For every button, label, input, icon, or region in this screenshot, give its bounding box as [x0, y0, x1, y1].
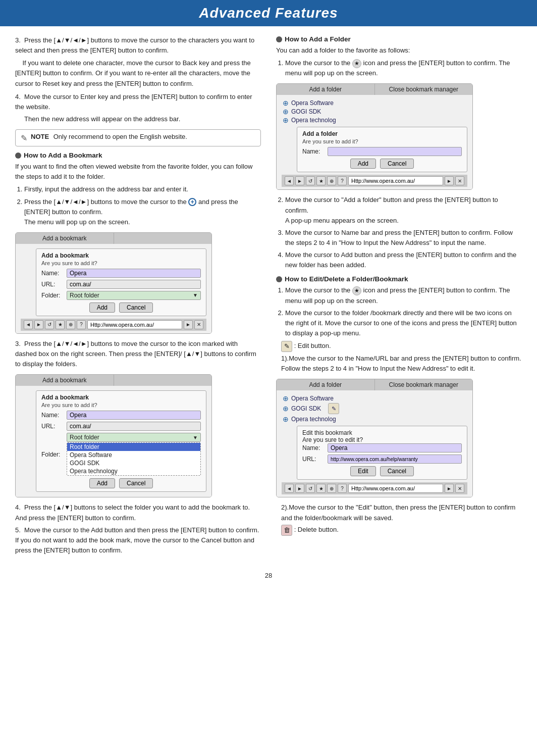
edit-dialog-name-input[interactable]: [328, 443, 462, 452]
dialog2-popup-title: Add a bookmark: [41, 394, 201, 401]
browser-url-input[interactable]: [87, 320, 182, 329]
edit-dialog-header-right[interactable]: Close bookmark manager: [375, 379, 473, 390]
bullet-icon: [15, 153, 21, 159]
folder-dialog1-folder-list: ⊕ Opera Software ⊕ GOGI SDK ⊕ Opera tech…: [282, 98, 467, 124]
folder-browser-help-btn[interactable]: ?: [338, 176, 347, 185]
note-box: ✎ NOTE Only recommend to open the Englis…: [15, 129, 261, 146]
folder-dialog1-cancel-button[interactable]: Cancel: [380, 159, 414, 169]
add-bookmark-dialog-2: Add a bookmark Add a bookmark Are you su…: [15, 374, 212, 497]
bookmark-intro: If you want to find the often viewed web…: [15, 162, 261, 182]
dialog2-name-label: Name:: [41, 412, 64, 419]
dialog2-name-input[interactable]: [67, 411, 201, 420]
edit-dialog: Add a folder Close bookmark manager ⊕ Op…: [276, 379, 473, 497]
bullet-icon-2: [276, 36, 282, 42]
edit-folder-plus-icon-1: ⊕: [282, 394, 289, 402]
dialog1-btn-row: Add Cancel: [41, 303, 201, 313]
dialog1-folder-dropdown[interactable]: Root folder ▼: [67, 291, 201, 300]
dialog1-header: Add a bookmark: [16, 233, 211, 244]
folder-dialog1-header: Add a folder Close bookmark manager: [277, 84, 472, 95]
dialog1-name-input[interactable]: [67, 269, 201, 278]
page-title: Advanced Features: [0, 0, 537, 26]
folder-browser-forward-btn[interactable]: ►: [295, 176, 304, 185]
browser-help-btn[interactable]: ?: [77, 320, 86, 329]
add-folder-step2: Move the cursor to "Add a folder" button…: [285, 195, 522, 225]
dialog1-popup-title: Add a bookmark: [41, 252, 201, 259]
dialog1-cancel-button[interactable]: Cancel: [119, 303, 153, 313]
dialog1-folder-label: Folder:: [41, 292, 64, 299]
browser-star-btn[interactable]: ★: [56, 320, 65, 329]
dialog1-popup-subtitle: Are you sure to add it?: [41, 260, 201, 266]
edit-dialog-folder-list: ⊕ Opera Software ⊕ GOGI SDK ✎ ⊕ Opera te…: [282, 394, 467, 423]
folder-dialog1-btn-row: Add Cancel: [302, 159, 462, 169]
dialog2-folder-label: Folder:: [41, 451, 64, 458]
folder-browser-close-btn[interactable]: ✕: [455, 176, 464, 185]
edit-dialog-url-input[interactable]: [328, 455, 462, 464]
dialog2-btn-row: Add Cancel: [41, 478, 201, 488]
step3-text1: 3. Press the [▲/▼/◄/►] buttons to move t…: [15, 35, 261, 56]
folder-browser-bookmark-btn[interactable]: ⊕: [327, 176, 336, 185]
folder-browser-refresh-btn[interactable]: ↺: [306, 176, 315, 185]
bookmark-step4: 4. Press the [▲/▼] buttons to select the…: [15, 502, 261, 523]
edit-browser-forward-btn[interactable]: ►: [295, 484, 304, 493]
dialog2-popup: Add a bookmark Are you sure to add it? N…: [36, 390, 206, 492]
folder-dialog1-name-label: Name:: [302, 148, 325, 155]
browser-go-btn[interactable]: ►: [184, 320, 193, 329]
dialog2-url-label: URL:: [41, 423, 64, 430]
add-folder-steps-2-4: Move the cursor to "Add a folder" button…: [285, 195, 522, 270]
edit-steps: Move the cursor to the ★ icon and press …: [285, 285, 522, 338]
edit-dialog-cancel-button[interactable]: Cancel: [380, 466, 414, 476]
edit-dialog-edit-button[interactable]: Edit: [350, 466, 376, 476]
note-icon: ✎: [21, 133, 27, 143]
dropdown-item-gogi[interactable]: GOGI SDK: [67, 459, 200, 467]
dialog2-folder-selected[interactable]: Root folder ▼: [67, 433, 201, 442]
folder-browser-go-btn[interactable]: ►: [445, 176, 454, 185]
edit-browser-url-input[interactable]: [348, 484, 443, 493]
folder-browser-star-btn[interactable]: ★: [316, 176, 326, 185]
edit-browser-help-btn[interactable]: ?: [338, 484, 347, 493]
edit-browser-go-btn[interactable]: ►: [445, 484, 454, 493]
edit-step2-move: 2).Move the cursor to the "Edit" button,…: [281, 502, 522, 523]
folder-browser-url-input[interactable]: [348, 176, 443, 185]
dialog1-name-row: Name:: [41, 269, 201, 278]
bookmark-step1: Firstly, input the address on the addres…: [24, 184, 261, 194]
folder-dialog1-add-button[interactable]: Add: [350, 159, 376, 169]
edit-folder-item-gogi: ⊕ GOGI SDK ✎: [282, 402, 467, 415]
folder-dialog1-header-right[interactable]: Close bookmark manager: [375, 84, 473, 95]
edit-browser-bookmark-btn[interactable]: ⊕: [327, 484, 336, 493]
add-folder-step4: Move the cursor to Add button and press …: [285, 250, 522, 270]
folder-dialog1-name-input[interactable]: [328, 147, 462, 156]
dialog1-body: Add a bookmark Are you sure to add it? N…: [16, 244, 211, 333]
dropdown-item-opera-sw[interactable]: Opera Software: [67, 451, 200, 459]
dialog2-folder-dropdown[interactable]: Root folder ▼ Root folder Opera Software…: [67, 433, 201, 476]
dialog2-add-button[interactable]: Add: [89, 478, 115, 488]
dialog1-url-input[interactable]: [67, 280, 201, 289]
browser-forward-btn[interactable]: ►: [34, 320, 43, 329]
dialog1-popup: Add a bookmark Are you sure to add it? N…: [36, 248, 206, 316]
dropdown-item-opera-tech[interactable]: Opera technology: [67, 467, 200, 475]
browser-close-btn[interactable]: ✕: [194, 320, 203, 329]
edit-browser-close-btn[interactable]: ✕: [455, 484, 464, 493]
edit-icon-badge: ✎: [281, 341, 292, 352]
bookmark-step3: 3. Press the [▲/▼/◄/►] buttons to move t…: [15, 339, 261, 369]
folder-browser-back-btn[interactable]: ◄: [285, 176, 294, 185]
browser-back-btn[interactable]: ◄: [24, 320, 33, 329]
edit-dialog-header-left: Add a folder: [277, 379, 375, 390]
edit-browser-back-btn[interactable]: ◄: [285, 484, 294, 493]
star-icon-2: ★: [352, 286, 361, 295]
bullet-icon-3: [276, 276, 282, 282]
dialog1-url-label: URL:: [41, 281, 64, 288]
browser-refresh-btn[interactable]: ↺: [45, 320, 54, 329]
dialog1-url-row: URL:: [41, 280, 201, 289]
edit-browser-star-btn[interactable]: ★: [316, 484, 326, 493]
dialog2-cancel-button[interactable]: Cancel: [119, 478, 153, 488]
folder-item-opera-sw: ⊕ Opera Software: [282, 98, 467, 107]
note-label: NOTE: [31, 133, 49, 140]
browser-bookmark-btn[interactable]: ⊕: [66, 320, 75, 329]
dropdown-item-root[interactable]: Root folder: [67, 443, 200, 451]
dialog2-url-input[interactable]: [67, 422, 201, 431]
dialog1-add-button[interactable]: Add: [89, 303, 115, 313]
dialog2-body: Add a bookmark Are you sure to add it? N…: [16, 386, 211, 497]
edit-browser-refresh-btn[interactable]: ↺: [306, 484, 315, 493]
edit-icon-pencil[interactable]: ✎: [328, 403, 339, 414]
dialog1-folder-selected[interactable]: Root folder ▼: [67, 291, 201, 300]
